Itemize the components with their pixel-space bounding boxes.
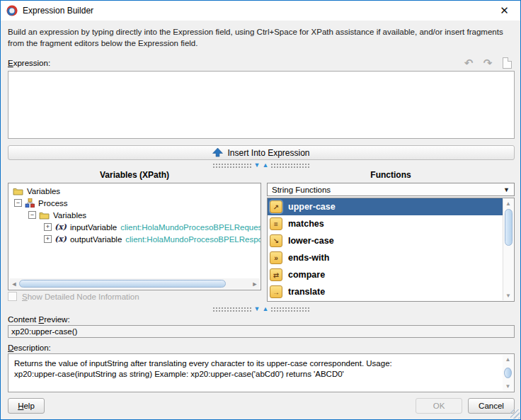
upper-case-icon: ↗ (270, 200, 282, 213)
splitter-panels-preview[interactable]: ▼ ▲ (1, 305, 521, 312)
splitter-dots (270, 307, 310, 312)
scroll-down-icon[interactable]: ▼ (505, 291, 511, 300)
content-preview-field: xp20:upper-case() (8, 325, 515, 338)
collapse-minus-icon[interactable]: − (14, 199, 22, 207)
matches-icon: ≡ (270, 217, 282, 230)
function-item-compare[interactable]: ⇄ compare (268, 266, 503, 283)
show-detailed-node-checkbox[interactable]: Show Detailed Node Information (8, 292, 139, 301)
help-button[interactable]: Help (8, 398, 45, 414)
tree-node-label: inputVariable (70, 223, 117, 232)
ok-button[interactable]: OK (416, 398, 462, 414)
functions-vertical-scrollbar[interactable]: ▲ ▼ (503, 199, 513, 300)
clear-page-icon[interactable] (500, 57, 513, 69)
tree-row-output-variable[interactable]: + (x) outputVariable client:HolaMundoPro… (8, 233, 260, 245)
splitter-dots (212, 307, 252, 312)
collapse-down-icon[interactable]: ▼ (254, 161, 260, 169)
lower-case-icon: ↘ (270, 234, 282, 247)
functions-panel-title: Functions (267, 170, 515, 180)
scroll-right-icon[interactable]: ► (250, 280, 260, 288)
scrollbar-thumb[interactable] (19, 280, 226, 288)
function-item-translate[interactable]: → translate (268, 283, 503, 300)
description-text: Returns the value of inputString after t… (14, 358, 498, 380)
close-icon[interactable]: ✕ (488, 1, 520, 21)
insert-button-label: Insert Into Expression (227, 148, 309, 158)
scroll-up-icon[interactable]: ▲ (505, 355, 511, 364)
oracle-jdeveloper-icon (6, 5, 18, 16)
undo-icon[interactable]: ↶ (462, 57, 475, 69)
splitter-expression-panels[interactable]: ▼ ▲ (1, 161, 521, 169)
functions-list: ↗ upper-case ≡ matches ↘ lower-case » en… (268, 198, 503, 301)
expand-plus-icon[interactable]: + (44, 223, 52, 231)
variables-tree-panel: Variables − Process − Variables + (x) in… (8, 183, 261, 290)
expression-label: Expression: (8, 59, 50, 67)
checkbox-icon[interactable] (8, 292, 17, 301)
function-item-ends-with[interactable]: » ends-with (268, 249, 503, 266)
expand-up-icon[interactable]: ▲ (263, 161, 269, 169)
content-preview-label: Content Preview: (8, 315, 70, 324)
splitter-dots (270, 163, 310, 168)
redo-icon[interactable]: ↷ (481, 57, 494, 69)
functions-list-panel: ↗ upper-case ≡ matches ↘ lower-case » en… (267, 198, 515, 302)
collapse-down-icon[interactable]: ▼ (254, 305, 260, 312)
expression-builder-dialog: Expression Builder ✕ Build an expression… (0, 0, 521, 420)
tree-node-type: client:HolaMundoProcesoBPELResponseM (125, 235, 260, 244)
translate-icon: → (270, 285, 282, 298)
scroll-up-icon[interactable]: ▲ (505, 199, 511, 208)
tree-horizontal-scrollbar[interactable]: ◄ ► (9, 278, 260, 289)
folder-icon (13, 187, 23, 195)
description-box: Returns the value of inputString after t… (8, 353, 515, 392)
variable-icon: (x) (55, 222, 67, 232)
variables-panel-title: Variables (XPath) (8, 170, 261, 180)
variables-tree: Variables − Process − Variables + (x) in… (8, 185, 260, 278)
scroll-down-icon[interactable]: ▼ (505, 382, 511, 391)
expand-plus-icon[interactable]: + (44, 235, 52, 243)
tree-node-label: Variables (53, 211, 86, 220)
expression-toolbar: ↶ ↷ (462, 57, 513, 69)
function-category-dropdown[interactable]: String Functions ▼ (267, 183, 515, 196)
scroll-left-icon[interactable]: ◄ (9, 280, 19, 288)
resize-grip[interactable] (510, 409, 520, 419)
insert-into-expression-button[interactable]: Insert Into Expression (8, 145, 515, 160)
collapse-minus-icon[interactable]: − (28, 211, 36, 219)
scrollbar-thumb[interactable] (505, 209, 513, 246)
tree-node-label: outputVariable (70, 235, 122, 244)
description-label: Description: (8, 344, 51, 352)
compare-icon: ⇄ (270, 268, 282, 281)
folder-icon (39, 211, 50, 220)
window-title: Expression Builder (23, 6, 93, 16)
tree-row-input-variable[interactable]: + (x) inputVariable client:HolaMundoProc… (8, 221, 260, 233)
splitter-dots (212, 163, 252, 168)
process-icon (25, 198, 35, 208)
cancel-button[interactable]: Cancel (468, 398, 515, 414)
selected-category: String Functions (272, 186, 503, 194)
title-bar: Expression Builder ✕ (1, 1, 520, 21)
instruction-text: Build an expression by typing directly i… (8, 26, 515, 49)
function-item-upper-case[interactable]: ↗ upper-case (268, 198, 503, 215)
ends-with-icon: » (270, 251, 282, 264)
function-item-lower-case[interactable]: ↘ lower-case (268, 232, 503, 249)
tree-node-type: client:HolaMundoProcesoBPELRequestMes (120, 223, 260, 232)
tree-node-label: Variables (27, 187, 60, 195)
chevron-down-icon: ▼ (503, 186, 510, 193)
variable-icon: (x) (55, 234, 67, 244)
expand-up-icon[interactable]: ▲ (263, 305, 269, 312)
content-preview-value: xp20:upper-case() (11, 327, 77, 336)
function-item-substring[interactable]: [·] substring (268, 300, 503, 301)
checkbox-label: Show Detailed Node Information (22, 293, 139, 301)
tree-row-variables-root[interactable]: Variables (8, 185, 260, 197)
insert-up-arrow-icon (212, 148, 223, 157)
description-scrollbar[interactable]: ▲ ▼ (503, 355, 513, 391)
scrollbar-thumb[interactable] (504, 368, 512, 378)
tree-row-variables-folder[interactable]: − Variables (8, 209, 260, 221)
expression-input[interactable] (8, 71, 515, 139)
tree-row-process[interactable]: − Process (8, 197, 260, 209)
tree-node-label: Process (38, 199, 68, 208)
function-item-matches[interactable]: ≡ matches (268, 215, 503, 232)
